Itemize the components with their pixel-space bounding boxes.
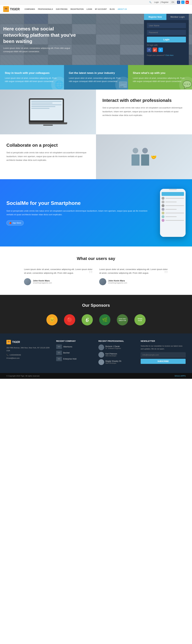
footer-newsletter-title: NEWSLETTER [141,340,186,342]
footer-brand: 🐯 TIGER 350 Fifth Avenue, 34th floor, Ne… [6,340,51,366]
login-link[interactable]: Login [154,1,159,3]
testimonial-2-author: John Kevin Mara smashingmagazine.com [99,278,168,285]
footer-contact: 📞 +14034409346 ✉ test@test.com [6,354,51,360]
phone-line-1 [166,198,184,198]
nav-links: COMPANIES PROFESSIONALS OUR PRICING REGI… [24,8,189,10]
logo[interactable]: 🐯 TIGER [3,6,20,12]
testimonial-2-text: Lorem ipsum dolor sit amet, consectetur … [99,268,168,275]
footer-professional-title: RECENT PROFESSIONAL [98,340,136,342]
google-login-icon[interactable]: g+ [153,48,157,52]
password-input[interactable] [147,30,186,35]
nav-professionals[interactable]: PROFESSIONALS [38,8,53,10]
footer-recent-company: RECENT COMPANY IMG Albertsons IMG Bechte… [56,340,94,366]
phone-row-5 [162,212,184,214]
phone-notch [169,189,177,190]
login-tab[interactable]: Member Login [166,14,189,20]
lang-selector[interactable]: EN [170,1,175,4]
footer-company-1: IMG Albertsons [56,344,94,349]
feature-share-text: Lorem ipsum dolor sit amet, consectetur … [133,76,187,83]
interact-section: Interact with other professionals Sed ut… [0,90,192,134]
main-nav: 🐯 TIGER COMPANIES PROFESSIONALS OUR PRIC… [0,5,192,14]
author-1-avatar [24,278,31,285]
youtube-icon[interactable]: ▶ [186,1,189,4]
feature-colleagues-title: Stay in touch with your colleagues [5,72,59,75]
feature-news: Get the latest news in your industry Lor… [64,65,128,90]
register-link[interactable]: Register [162,1,169,3]
phone-avatar-4 [162,208,165,211]
author-1-site: smashingmagazine.com [33,282,52,284]
company-1-logo: IMG [56,344,62,349]
company-3-logo: IMG [56,357,62,361]
author-2-site: smashingmagazine.com [108,282,127,284]
phone-row-4 [162,208,184,211]
pro-1-avatar [98,344,104,350]
pro-2-avatar [98,352,104,358]
nav-login[interactable]: LOGIN [87,8,92,10]
login-button[interactable]: Login [147,37,186,42]
username-input[interactable] [147,23,186,28]
footer-newsletter: NEWSLETTER Subscribe to our newsletter t… [141,340,186,366]
phone-mockup-wrapper [160,189,186,237]
pro-2-name: Kerl Peterson [105,353,117,355]
apple-icon: 🍎 [9,222,11,224]
footer-logo: 🐯 TIGER [6,340,51,344]
pro-2-role: Web Developer [105,355,117,357]
nav-pricing[interactable]: OUR PRICING [56,8,67,10]
nav-companies[interactable]: COMPANIES [24,8,35,10]
phone-line-7 [166,220,184,221]
sponsor-4: 🌿 [99,314,110,326]
phone-row-1 [162,197,184,200]
phone-row-7 [162,219,184,222]
quote-mark-2: " [164,269,168,279]
facebook-login-icon[interactable]: f [147,48,151,52]
testimonials-title: What our users say [6,256,186,261]
testimonial-1: Lorem ipsum dolor sit amet, consectetur … [24,268,93,285]
smartphone-section: SocialMe for your Smartphone Sed ut pers… [0,179,192,246]
hero-subtitle: Lorem ipsum dolor sit amet, consectetur … [3,46,80,53]
hero-form-body: Login Or login with: f g+ t Forgot your … [144,20,189,65]
subscribe-button[interactable]: SUBSCRIBE [141,359,186,364]
nav-aboutus[interactable]: ABOUT US [118,8,127,10]
collaborate-text: Sed ut perspiciatis unde omnis iste natu… [6,151,90,162]
nav-myaccount[interactable]: MY ACCOUNT [95,8,107,10]
footer: 🐯 TIGER 350 Fifth Avenue, 34th floor, Ne… [0,334,192,373]
forgot-password-link[interactable]: Click Here [166,54,174,56]
phone-mockup [160,189,186,237]
interact-text: Sed ut perspiciatis unde omnis iste natu… [102,106,186,117]
company-2-logo: IMG [56,350,62,355]
phone-line-6 [166,216,177,217]
sponsor-1: 😊 [46,314,58,326]
phone-screen-header [162,192,184,196]
phone-avatar-5 [162,212,165,214]
collaborate-section: Collaborate on a project Sed ut perspici… [0,134,192,179]
collaborate-image: 🤝 [96,134,192,179]
register-tab[interactable]: Register Now [144,14,166,20]
phone-line-4 [166,209,177,210]
twitter-icon[interactable]: t [181,1,185,4]
footer-recent-professional: RECENT PROFESSIONAL Borismir J Darak Sr.… [98,340,136,366]
smartphone-content: SocialMe for your Smartphone Sed ut pers… [6,200,154,226]
footer-bottom: © Copyright 2016 Tiger. All rights reser… [0,373,192,379]
newsletter-email-input[interactable] [141,352,186,358]
app-store-button[interactable]: 🍎 App Store [6,220,24,226]
nav-registration[interactable]: REGISTRATION [70,8,84,10]
phone-line-5 [166,213,184,213]
twitter-login-icon[interactable]: t [158,48,163,52]
sponsors-logos: 😊 🔴 6 🌿 GOOD ONLYGREAT FOR SimplyFresh [6,314,186,326]
sponsor-5: GOOD ONLYGREAT FOR [117,314,128,326]
credits-link[interactable]: SOULS APPS [175,375,186,377]
phone-row-2 [162,200,184,204]
facebook-icon[interactable]: f [177,1,180,4]
footer-pro-1: Borismir J Darak Sr. Software Engineer [98,344,136,350]
sponsor-3: 6 [82,314,93,326]
pro-1-name: Borismir J Darak [105,345,121,348]
hero-title: Here comes the social networking platfor… [3,26,80,44]
phone-avatar-2 [162,200,165,204]
footer-grid: 🐯 TIGER 350 Fifth Avenue, 34th floor, Ne… [6,340,186,366]
hero-section: Here comes the social networking platfor… [0,14,192,65]
nav-blog[interactable]: BLOG [110,8,115,10]
search-icon[interactable]: 🔍 [149,1,152,3]
phone-avatar-3 [162,204,165,207]
collaborate-content: Collaborate on a project Sed ut perspici… [0,134,96,179]
social-links: f t ▶ [177,1,189,4]
